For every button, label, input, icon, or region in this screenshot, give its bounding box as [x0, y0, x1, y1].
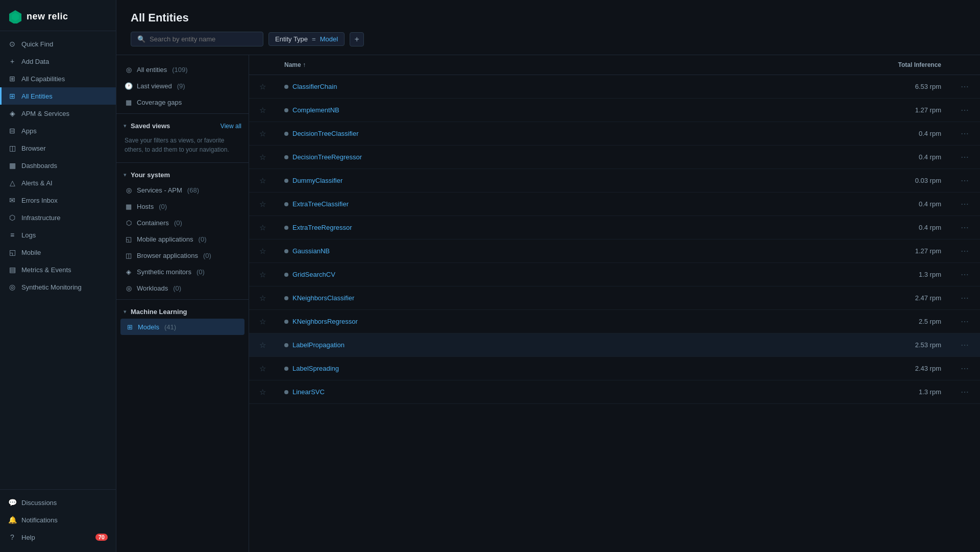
more-button[interactable]: ⋯ [958, 363, 972, 374]
star-button[interactable]: ☆ [257, 293, 268, 304]
table-row[interactable]: ☆ ClassifierChain 6.53 rpm ⋯ [249, 75, 980, 99]
sidebar-item-browser[interactable]: ◫ Browser [0, 139, 116, 157]
table-row[interactable]: ☆ LabelPropagation 2.53 rpm ⋯ [249, 333, 980, 357]
panel-item[interactable]: ◱ Mobile applications (0) [116, 231, 249, 247]
more-button[interactable]: ⋯ [958, 292, 972, 304]
star-button[interactable]: ☆ [257, 340, 268, 351]
panel-item[interactable]: ◈ Synthetic monitors (0) [116, 263, 249, 280]
sidebar-item-apps[interactable]: ⊟ Apps [0, 122, 116, 139]
entity-name-text: ComplementNB [292, 106, 339, 114]
sidebar-item-help[interactable]: ? Help 70 [0, 529, 116, 546]
system-item-count: (0) [159, 203, 167, 210]
table-row[interactable]: ☆ ExtraTreeRegressor 0.4 rpm ⋯ [249, 216, 980, 239]
table-row[interactable]: ☆ DecisionTreeClassifier 0.4 rpm ⋯ [249, 122, 980, 146]
star-button[interactable]: ☆ [257, 152, 268, 163]
machine-learning-header[interactable]: ▾ Machine Learning [116, 303, 249, 319]
table-row[interactable]: ☆ ExtraTreeClassifier 0.4 rpm ⋯ [249, 193, 980, 216]
sidebar-item-apm-services[interactable]: ◈ APM & Services [0, 105, 116, 122]
system-item-label: Mobile applications [137, 235, 193, 243]
sidebar-item-mobile[interactable]: ◱ Mobile [0, 244, 116, 261]
table-row[interactable]: ☆ GridSearchCV 1.3 rpm ⋯ [249, 263, 980, 286]
star-button[interactable]: ☆ [257, 363, 268, 374]
more-button[interactable]: ⋯ [958, 81, 972, 92]
table-row[interactable]: ☆ GaussianNB 1.27 rpm ⋯ [249, 239, 980, 263]
quick-find-label: Quick Find [21, 40, 53, 48]
sidebar-item-add-data[interactable]: + Add Data [0, 53, 116, 70]
more-button[interactable]: ⋯ [958, 151, 972, 163]
sidebar-item-all-entities[interactable]: ⊞ All Entities [0, 87, 116, 105]
panel-item[interactable]: ▦ Hosts (0) [116, 198, 249, 214]
star-button[interactable]: ☆ [257, 81, 268, 92]
status-dot [284, 296, 288, 300]
sidebar-item-alerts-ai[interactable]: △ Alerts & AI [0, 174, 116, 191]
status-dot [284, 273, 288, 277]
star-button[interactable]: ☆ [257, 105, 268, 116]
more-button[interactable]: ⋯ [958, 269, 972, 280]
status-dot [284, 202, 288, 206]
more-button[interactable]: ⋯ [958, 128, 972, 139]
entity-type-filter[interactable]: Entity Type = Model [268, 32, 345, 46]
more-button[interactable]: ⋯ [958, 245, 972, 257]
sidebar-item-logs[interactable]: ≡ Logs [0, 226, 116, 244]
panel-item[interactable]: ◎ Workloads (0) [116, 280, 249, 296]
sidebar-item-notifications[interactable]: 🔔 Notifications [0, 511, 116, 529]
divider-2 [116, 162, 249, 163]
add-filter-button[interactable]: + [350, 32, 364, 46]
coverage-gaps-item[interactable]: ▦ Coverage gaps [116, 94, 249, 110]
star-button[interactable]: ☆ [257, 269, 268, 280]
search-input[interactable] [150, 35, 257, 43]
ml-panel-item[interactable]: ⊞ Models (41) [120, 319, 244, 335]
col-inference-header[interactable]: Total Inference [847, 55, 949, 75]
browser-label: Browser [21, 145, 46, 152]
more-button[interactable]: ⋯ [958, 316, 972, 327]
panel-item[interactable]: ◎ Services - APM (68) [116, 182, 249, 198]
col-name-header[interactable]: Name ↑ [276, 55, 847, 75]
your-system-header[interactable]: ▾ Your system [116, 166, 249, 182]
panel-item[interactable]: ◫ Browser applications (0) [116, 247, 249, 263]
star-button[interactable]: ☆ [257, 175, 268, 186]
more-button[interactable]: ⋯ [958, 222, 972, 233]
saved-views-title: Saved views [131, 122, 170, 130]
sidebar-item-quick-find[interactable]: ⊙ Quick Find [0, 35, 116, 53]
entity-name: ComplementNB [284, 106, 839, 114]
table-row[interactable]: ☆ DecisionTreeRegressor 0.4 rpm ⋯ [249, 146, 980, 169]
sidebar-item-dashboards[interactable]: ▦ Dashboards [0, 157, 116, 174]
more-button[interactable]: ⋯ [958, 198, 972, 210]
table-row[interactable]: ☆ KNeighborsClassifier 2.47 rpm ⋯ [249, 286, 980, 310]
ml-item-label: Models [138, 323, 159, 331]
sidebar-item-all-capabilities[interactable]: ⊞ All Capabilities [0, 70, 116, 87]
star-button[interactable]: ☆ [257, 222, 268, 233]
table-row[interactable]: ☆ LinearSVC 1.3 rpm ⋯ [249, 380, 980, 404]
apps-icon: ⊟ [8, 127, 16, 135]
more-button[interactable]: ⋯ [958, 175, 972, 186]
sidebar-item-infrastructure[interactable]: ⬡ Infrastructure [0, 209, 116, 226]
saved-views-header[interactable]: ▾ Saved views View all [116, 117, 249, 133]
star-button[interactable]: ☆ [257, 246, 268, 257]
sidebar-item-discussions[interactable]: 💬 Discussions [0, 494, 116, 511]
table-row[interactable]: ☆ LabelSpreading 2.43 rpm ⋯ [249, 357, 980, 380]
sidebar-item-metrics-events[interactable]: ▤ Metrics & Events [0, 261, 116, 278]
more-button[interactable]: ⋯ [958, 104, 972, 116]
system-item-count: (0) [173, 284, 181, 292]
table-row[interactable]: ☆ KNeighborsRegressor 2.5 rpm ⋯ [249, 310, 980, 333]
table-row[interactable]: ☆ DummyClassifier 0.03 rpm ⋯ [249, 169, 980, 193]
last-viewed-item[interactable]: 🕐 Last viewed (9) [116, 78, 249, 94]
table-row[interactable]: ☆ ComplementNB 1.27 rpm ⋯ [249, 99, 980, 122]
more-button[interactable]: ⋯ [958, 339, 972, 351]
star-button[interactable]: ☆ [257, 128, 268, 139]
entity-name: GridSearchCV [284, 271, 839, 278]
panel-item[interactable]: ⬡ Containers (0) [116, 214, 249, 231]
all-entities-item[interactable]: ◎ All entities (109) [116, 61, 249, 78]
star-button[interactable]: ☆ [257, 199, 268, 210]
search-box[interactable]: 🔍 [131, 32, 263, 46]
star-button[interactable]: ☆ [257, 316, 268, 327]
sidebar-item-synthetic-monitoring[interactable]: ◎ Synthetic Monitoring [0, 278, 116, 296]
saved-views-chevron: ▾ [124, 123, 127, 129]
system-item-count: (0) [197, 268, 205, 276]
sidebar-item-errors-inbox[interactable]: ✉ Errors Inbox [0, 191, 116, 209]
more-button[interactable]: ⋯ [958, 386, 972, 398]
star-button[interactable]: ☆ [257, 387, 268, 398]
entity-name: LinearSVC [284, 388, 839, 396]
logs-label: Logs [21, 231, 36, 239]
saved-views-view-all[interactable]: View all [220, 123, 241, 130]
